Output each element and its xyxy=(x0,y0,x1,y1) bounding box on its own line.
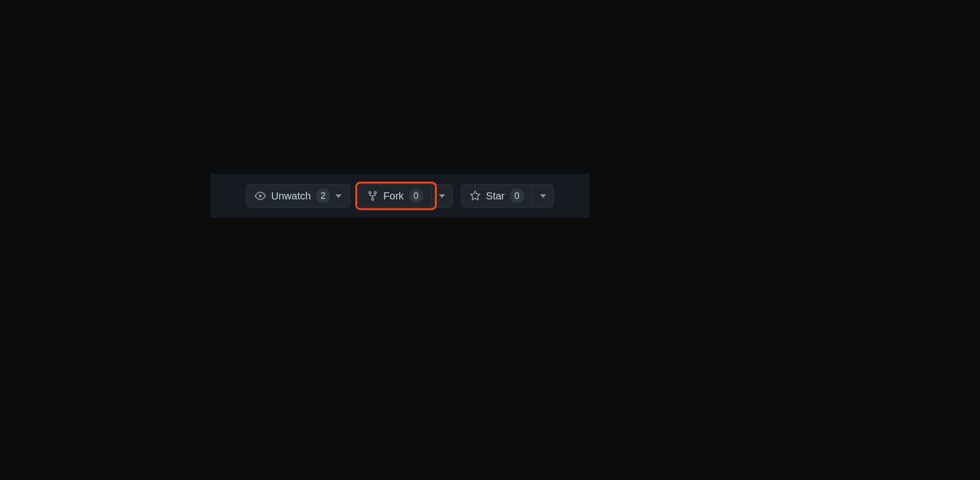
unwatch-button[interactable]: Unwatch 2 xyxy=(246,184,350,208)
watch-button-group: Unwatch 2 xyxy=(246,184,350,208)
star-button-group: Star 0 xyxy=(461,184,554,208)
watch-count-badge: 2 xyxy=(316,189,330,203)
fork-button[interactable]: Fork 0 xyxy=(358,184,432,208)
fork-button-group: Fork 0 xyxy=(358,184,453,208)
repo-actions-toolbar: Unwatch 2 Fork 0 Star 0 xyxy=(210,174,590,218)
caret-down-icon xyxy=(439,194,445,198)
star-icon xyxy=(470,190,481,201)
caret-down-icon xyxy=(335,194,341,198)
caret-down-icon xyxy=(540,194,546,198)
fork-label: Fork xyxy=(383,190,404,202)
star-count-badge: 0 xyxy=(510,189,524,203)
fork-count-badge: 0 xyxy=(409,189,423,203)
fork-dropdown-button[interactable] xyxy=(432,184,453,208)
eye-icon xyxy=(255,190,266,201)
star-dropdown-button[interactable] xyxy=(533,184,554,208)
fork-icon xyxy=(367,190,378,201)
star-button[interactable]: Star 0 xyxy=(461,184,533,208)
unwatch-label: Unwatch xyxy=(271,190,311,202)
star-label: Star xyxy=(486,190,505,202)
